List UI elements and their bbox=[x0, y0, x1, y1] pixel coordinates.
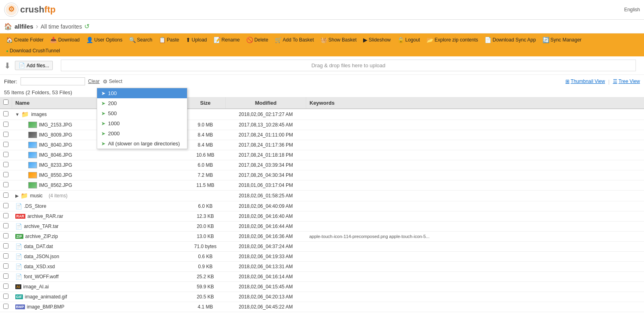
file-name-text[interactable]: archive_RAR.rar bbox=[27, 213, 63, 219]
file-name-text[interactable]: .DS_Store bbox=[24, 203, 46, 209]
row-checkbox[interactable] bbox=[3, 284, 8, 289]
paste-button[interactable]: 📋Paste bbox=[156, 35, 182, 44]
drag-drop-area[interactable]: Drag & drop files here to upload bbox=[61, 60, 636, 71]
row-check[interactable] bbox=[0, 120, 12, 130]
rename-button[interactable]: 📝Rename bbox=[211, 35, 243, 44]
user-options-button[interactable]: 👤User Options bbox=[83, 35, 125, 44]
row-checkbox[interactable] bbox=[3, 193, 8, 198]
col-header-modified[interactable]: Modified bbox=[226, 97, 306, 109]
upload-button[interactable]: ⬆Upload bbox=[183, 35, 210, 44]
row-check[interactable] bbox=[0, 302, 12, 312]
expand-arrow[interactable]: ▶ bbox=[15, 193, 19, 199]
row-check[interactable] bbox=[0, 190, 12, 201]
file-name-text[interactable]: data_DAT.dat bbox=[24, 244, 53, 249]
row-checkbox[interactable] bbox=[3, 263, 8, 269]
explore-zip-button[interactable]: 📂Explore zip contents bbox=[424, 35, 481, 44]
dropdown-option-100[interactable]: ➤ 100 bbox=[97, 88, 187, 98]
file-name-text[interactable]: IMG_8550.JPG bbox=[39, 172, 73, 178]
row-check[interactable] bbox=[0, 252, 12, 262]
download-sync-button[interactable]: 📄Download Sync App bbox=[482, 35, 538, 44]
thumbnail-view-button[interactable]: ⊞ Thumbnail View bbox=[565, 79, 605, 84]
row-check[interactable] bbox=[0, 292, 12, 302]
row-checkbox[interactable] bbox=[3, 304, 8, 309]
row-checkbox[interactable] bbox=[3, 172, 8, 177]
show-basket-button[interactable]: 🧺Show Basket bbox=[318, 35, 359, 44]
file-name-text[interactable]: IMG_8233.JPG bbox=[39, 162, 73, 168]
row-check[interactable] bbox=[0, 150, 12, 160]
row-checkbox[interactable] bbox=[3, 273, 8, 279]
download-crushtunnel-button[interactable]: ●Download CrushTunnel bbox=[3, 47, 63, 54]
dropdown-option-1000[interactable]: ➤ 1000 bbox=[97, 118, 187, 128]
file-name-text[interactable]: image_BMP.BMP bbox=[27, 304, 64, 310]
filter-select-button[interactable]: ⚙ Select bbox=[103, 79, 122, 85]
file-name-text[interactable]: archive_ZIP.zip bbox=[25, 234, 58, 239]
row-check[interactable] bbox=[0, 262, 12, 272]
row-check[interactable] bbox=[0, 170, 12, 180]
tree-view-button[interactable]: ☰ Tree View bbox=[613, 79, 640, 84]
row-check[interactable] bbox=[0, 221, 12, 232]
file-name-text[interactable]: IMG_8040.JPG bbox=[39, 142, 73, 148]
file-name-text[interactable]: data_XSD.xsd bbox=[24, 264, 55, 269]
row-check[interactable] bbox=[0, 201, 12, 211]
logout-button[interactable]: 🔒Logout bbox=[395, 35, 423, 44]
row-checkbox[interactable] bbox=[3, 223, 8, 228]
row-checkbox[interactable] bbox=[3, 253, 8, 259]
row-check[interactable] bbox=[0, 211, 12, 221]
thumb-img bbox=[28, 162, 37, 168]
row-check[interactable] bbox=[0, 140, 12, 150]
row-check[interactable] bbox=[0, 130, 12, 140]
row-checkbox[interactable] bbox=[3, 213, 8, 218]
breadcrumb-root[interactable]: allfiles bbox=[15, 23, 33, 30]
row-checkbox[interactable] bbox=[3, 152, 8, 157]
row-checkbox[interactable] bbox=[3, 243, 8, 248]
file-name-text[interactable]: IMG_8009.JPG bbox=[39, 132, 73, 138]
row-checkbox[interactable] bbox=[3, 162, 8, 167]
row-checkbox[interactable] bbox=[3, 233, 8, 238]
delete-button[interactable]: 🚫Delete bbox=[243, 35, 271, 44]
dropdown-option-2000[interactable]: ➤ 2000 bbox=[97, 128, 187, 139]
file-name-text[interactable]: IMG_2153.JPG bbox=[39, 122, 73, 128]
col-header-size[interactable]: Size bbox=[185, 97, 226, 109]
download-button[interactable]: 📥Download bbox=[47, 35, 82, 44]
dropdown-option-500[interactable]: ➤ 500 bbox=[97, 108, 187, 118]
file-name-text[interactable]: IMG_8046.JPG bbox=[39, 152, 73, 158]
sync-manager-button[interactable]: 🔄Sync Manager bbox=[540, 35, 584, 44]
file-name-text[interactable]: IMG_8562.JPG bbox=[39, 182, 73, 188]
row-checkbox[interactable] bbox=[3, 294, 8, 299]
row-check[interactable] bbox=[0, 282, 12, 292]
row-checkbox[interactable] bbox=[3, 182, 8, 187]
file-name-text[interactable]: data_JSON.json bbox=[24, 254, 59, 259]
expand-arrow[interactable]: ▼ bbox=[15, 112, 20, 117]
create-folder-button[interactable]: 🏠Create Folder bbox=[3, 35, 46, 44]
file-name-text[interactable]: image_animated.gif bbox=[25, 294, 67, 300]
filter-input[interactable] bbox=[21, 77, 85, 85]
file-name-text[interactable]: image_AI.ai bbox=[23, 284, 49, 290]
select-all-checkbox[interactable] bbox=[3, 99, 8, 105]
row-check[interactable] bbox=[0, 242, 12, 252]
row-checkbox[interactable] bbox=[3, 111, 8, 116]
dropdown-option-200[interactable]: ➤ 200 bbox=[97, 98, 187, 108]
row-check[interactable] bbox=[0, 160, 12, 170]
row-checkbox[interactable] bbox=[3, 122, 8, 127]
slideshow-button[interactable]: ▶Slideshow bbox=[360, 35, 394, 44]
file-name-text[interactable]: images bbox=[31, 112, 47, 117]
language-selector[interactable]: English bbox=[624, 7, 640, 12]
refresh-icon[interactable]: ↺ bbox=[84, 23, 89, 30]
col-header-keywords[interactable]: Keywords bbox=[306, 97, 644, 109]
row-checkbox[interactable] bbox=[3, 142, 8, 147]
row-check[interactable] bbox=[0, 180, 12, 190]
search-button[interactable]: 🔍Search bbox=[126, 35, 155, 44]
breadcrumb-sub[interactable]: All time favorites bbox=[41, 23, 82, 30]
row-check[interactable] bbox=[0, 232, 12, 242]
dropdown-option-all[interactable]: ➤ All (slower on large directories) bbox=[97, 139, 187, 149]
add-to-basket-button[interactable]: 🛒Add To Basket bbox=[272, 35, 317, 44]
file-name-text[interactable]: archive_TAR.tar bbox=[24, 224, 59, 229]
row-checkbox[interactable] bbox=[3, 132, 8, 137]
filter-clear-button[interactable]: Clear bbox=[88, 79, 100, 84]
row-checkbox[interactable] bbox=[3, 203, 8, 208]
add-files-button[interactable]: 📄 Add files... bbox=[15, 61, 53, 70]
row-check[interactable] bbox=[0, 272, 12, 282]
file-name-text[interactable]: font_WOFF.woff bbox=[24, 274, 59, 279]
file-name-text[interactable]: music bbox=[30, 193, 43, 199]
row-check[interactable] bbox=[0, 109, 12, 120]
